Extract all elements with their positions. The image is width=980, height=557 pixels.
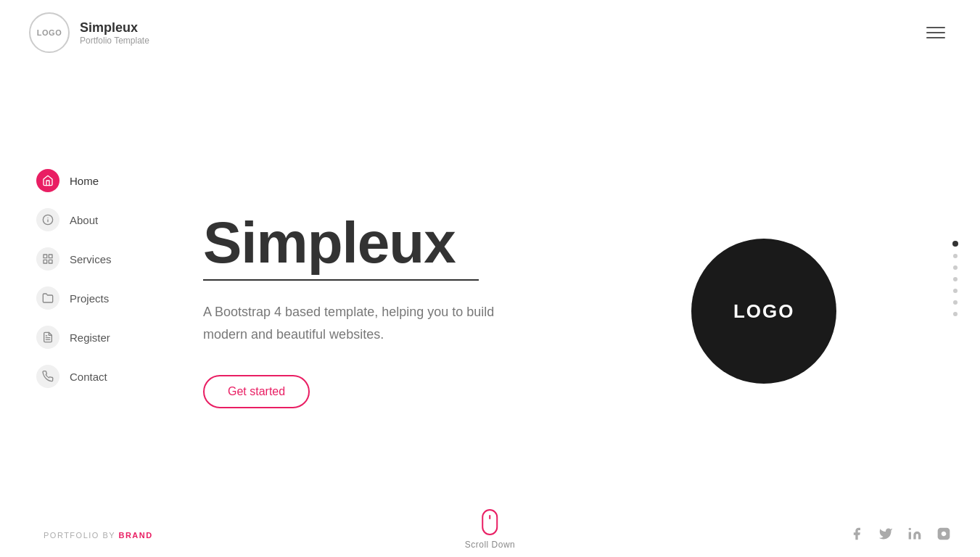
dot-0[interactable]: [952, 241, 958, 247]
sidebar-item-projects[interactable]: Projects: [29, 281, 119, 315]
hero-logo-area: LOGO: [592, 239, 981, 384]
folder-icon: [42, 292, 54, 304]
hero-title: Simpleux: [203, 214, 548, 272]
big-logo-circle: LOGO: [691, 239, 836, 384]
sidebar-item-services[interactable]: Services: [29, 242, 119, 276]
svg-rect-5: [49, 260, 52, 263]
right-dots-nav: [952, 241, 958, 316]
header: LOGO Simpleux Portfolio Template: [0, 0, 980, 65]
svg-rect-4: [49, 255, 52, 258]
folder-icon-wrap: [36, 286, 59, 310]
scroll-down-label: Scroll Down: [465, 540, 516, 550]
big-logo-text: LOGO: [733, 300, 795, 323]
dot-2[interactable]: [953, 265, 958, 270]
scroll-down-area[interactable]: Scroll Down: [465, 509, 516, 550]
phone-icon: [42, 371, 54, 382]
hero-subtitle: A Bootstrap 4 based template, helping yo…: [203, 301, 508, 345]
register-icon-wrap: [36, 326, 59, 349]
info-icon: [42, 214, 54, 226]
twitter-icon[interactable]: [878, 527, 893, 545]
grid-icon: [42, 253, 54, 265]
dot-6[interactable]: [953, 312, 958, 316]
instagram-icon[interactable]: [936, 527, 951, 545]
sidebar-item-contact[interactable]: Contact: [29, 359, 119, 394]
logo-text: LOGO: [37, 28, 62, 37]
info-icon-wrap: [36, 208, 59, 231]
hamburger-line-1: [926, 27, 945, 28]
home-icon-wrap: [36, 169, 59, 192]
main-content: Simpleux A Bootstrap 4 based template, h…: [0, 0, 980, 557]
grid-icon-wrap: [36, 247, 59, 271]
brand-subtitle: Portfolio Template: [80, 36, 149, 46]
dot-5[interactable]: [953, 300, 958, 305]
hamburger-line-2: [926, 32, 945, 33]
svg-rect-6: [44, 260, 47, 263]
hero-section: Simpleux A Bootstrap 4 based template, h…: [160, 185, 592, 437]
brand-text: Simpleux Portfolio Template: [80, 20, 149, 46]
sidebar-item-about[interactable]: About: [29, 202, 119, 237]
sidebar-item-home[interactable]: Home: [29, 163, 119, 198]
get-started-button[interactable]: Get started: [203, 375, 310, 408]
sidebar-label-services: Services: [70, 253, 112, 265]
dot-4[interactable]: [953, 289, 958, 293]
linkedin-icon[interactable]: [907, 527, 922, 545]
brand-area: LOGO Simpleux Portfolio Template: [29, 12, 149, 53]
dot-3[interactable]: [953, 277, 958, 281]
svg-rect-3: [44, 255, 47, 258]
hamburger-button[interactable]: [921, 21, 951, 44]
phone-icon-wrap: [36, 365, 59, 388]
dot-1[interactable]: [953, 254, 958, 258]
register-icon: [42, 331, 54, 343]
mouse-icon: [482, 509, 498, 535]
sidebar-label-contact: Contact: [70, 371, 107, 383]
sidebar-label-register: Register: [70, 331, 110, 344]
sidebar-label-home: Home: [70, 175, 99, 187]
facebook-icon[interactable]: [849, 527, 864, 545]
brand-label: BRAND: [118, 531, 152, 540]
logo-circle: LOGO: [29, 12, 70, 53]
svg-point-9: [909, 527, 911, 529]
sidebar-item-register[interactable]: Register: [29, 320, 119, 355]
hero-underline: [203, 279, 479, 281]
brand-name: Simpleux: [80, 20, 149, 36]
hamburger-line-3: [926, 37, 945, 38]
portfolio-by: PORTFOLIO BY BRAND: [44, 531, 153, 540]
sidebar-label-projects: Projects: [70, 292, 109, 305]
footer: PORTFOLIO BY BRAND Scroll Down: [0, 513, 980, 557]
social-icons: [849, 527, 951, 545]
sidebar-label-about: About: [70, 214, 98, 226]
sidebar-nav: Home About Services Projects: [29, 163, 119, 394]
home-icon: [42, 175, 54, 186]
